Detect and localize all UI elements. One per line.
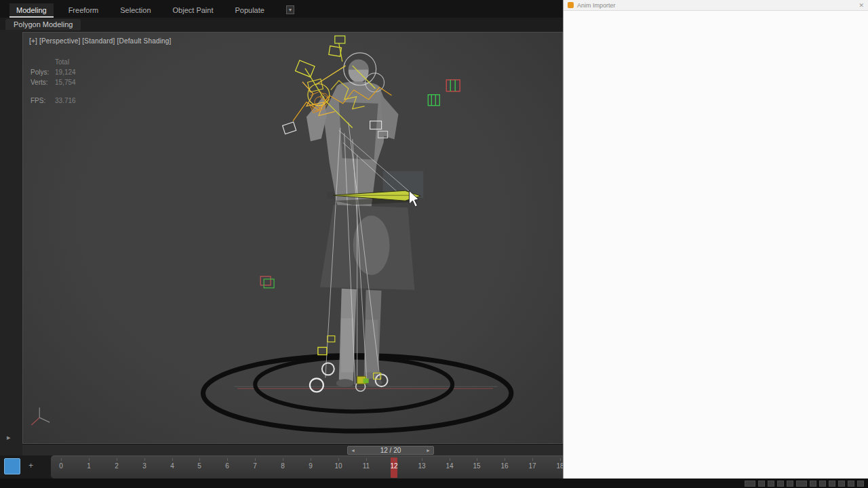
frame-tick[interactable]: 11: [359, 462, 373, 470]
frame-tick[interactable]: 7: [248, 462, 262, 470]
tab-modeling[interactable]: Modeling: [9, 3, 54, 18]
stats-fps-label: FPS:: [31, 96, 55, 106]
ground-guides: [234, 386, 498, 388]
viewport-label[interactable]: [+] [Perspective] [Standard] [Default Sh…: [29, 37, 172, 45]
tab-freeform[interactable]: Freeform: [62, 3, 106, 18]
statusbar-icon[interactable]: [848, 481, 854, 487]
statusbar-icon[interactable]: [810, 481, 816, 487]
anim-importer-titlebar[interactable]: Anim Importer ✕: [564, 0, 868, 11]
tab-selection[interactable]: Selection: [113, 3, 157, 18]
frame-tick[interactable]: 8: [276, 462, 290, 470]
statusbar-icon[interactable]: [758, 481, 765, 487]
statusbar-icon[interactable]: [768, 481, 774, 487]
frame-tick[interactable]: 18: [553, 462, 563, 470]
stats-polys-value: 19,124: [55, 67, 76, 77]
next-frame-icon[interactable]: ►: [426, 447, 431, 454]
frame-tick[interactable]: 10: [332, 462, 345, 470]
perspective-viewport[interactable]: [+] [Perspective] [Standard] [Default Sh…: [22, 32, 563, 444]
importer-app-icon: [568, 2, 574, 8]
scene-canvas[interactable]: [23, 33, 562, 443]
frame-tick[interactable]: 17: [526, 462, 539, 470]
frame-tick-current[interactable]: 12: [387, 462, 401, 470]
stats-fps-value: 33.716: [55, 96, 76, 106]
frame-tick[interactable]: 6: [220, 462, 234, 470]
close-icon[interactable]: ✕: [859, 2, 864, 9]
track-bar-ruler[interactable]: 0 1 2 3 4 5 6 7 8 9 10 11 12 13 14 15 16…: [51, 455, 563, 479]
statusbar-icon[interactable]: [787, 481, 793, 487]
frame-tick[interactable]: 2: [110, 462, 123, 470]
tab-object-paint[interactable]: Object Paint: [166, 3, 220, 18]
statusbar-icon[interactable]: [829, 481, 835, 487]
statusbar-icon[interactable]: [857, 481, 864, 487]
stats-verts-value: 15,754: [55, 77, 76, 87]
importer-title: Anim Importer: [577, 2, 855, 9]
previous-frame-icon[interactable]: ◄: [351, 447, 355, 454]
statusbar-icon[interactable]: [819, 481, 826, 487]
application-window: Modeling Freeform Selection Object Paint…: [0, 0, 868, 488]
ribbon-tab-bar: Modeling Freeform Selection Object Paint…: [0, 0, 563, 18]
time-slider-handle[interactable]: ◄ 12 / 20 ►: [347, 446, 434, 455]
frame-tick[interactable]: 13: [415, 462, 429, 470]
world-axis-icon: [31, 407, 50, 425]
anim-importer-panel: Anim Importer ✕: [563, 0, 868, 479]
helper-boxes-right[interactable]: [428, 80, 460, 106]
statusbar-icon[interactable]: [838, 481, 845, 487]
statusbar-icon[interactable]: [777, 481, 784, 487]
ribbon-minimize-button[interactable]: ▾: [286, 5, 294, 14]
time-slider-frame-readout: 12 / 20: [380, 447, 401, 454]
timeline-left-zone: +: [0, 455, 51, 479]
frame-tick[interactable]: 0: [54, 462, 68, 470]
panel-tab-polygon-modeling[interactable]: Polygon Modeling: [5, 19, 81, 30]
stats-verts-label: Verts:: [31, 77, 55, 87]
frame-tick[interactable]: 9: [304, 462, 317, 470]
stats-polys-label: Polys:: [31, 67, 55, 77]
frame-tick[interactable]: 5: [193, 462, 206, 470]
statusbar-icon[interactable]: [796, 481, 807, 487]
viewport-statistics: Total Polys:19,124 Verts:15,754 FPS:33.7…: [31, 57, 76, 106]
viewport-left-rail: ▸: [0, 30, 22, 455]
frame-tick[interactable]: 14: [443, 462, 456, 470]
statusbar-icon[interactable]: [745, 481, 755, 487]
chevron-down-icon: ▾: [289, 7, 292, 13]
add-key-icon[interactable]: +: [28, 461, 33, 470]
frame-tick[interactable]: 3: [138, 462, 151, 470]
frame-tick[interactable]: 16: [498, 462, 511, 470]
stats-total-label: Total: [55, 57, 69, 67]
tab-populate[interactable]: Populate: [228, 3, 271, 18]
ribbon-panel-row: Polygon Modeling: [0, 18, 563, 30]
helper-box-left[interactable]: [260, 277, 274, 288]
frame-tick[interactable]: 1: [82, 462, 96, 470]
time-slider-track[interactable]: ◄ 12 / 20 ►: [22, 444, 563, 455]
active-tool-swatch[interactable]: [4, 458, 20, 474]
rail-expand-arrow-icon[interactable]: ▸: [7, 433, 11, 442]
status-bar: [0, 479, 868, 488]
frame-tick[interactable]: 4: [165, 462, 179, 470]
frame-tick[interactable]: 15: [470, 462, 484, 470]
